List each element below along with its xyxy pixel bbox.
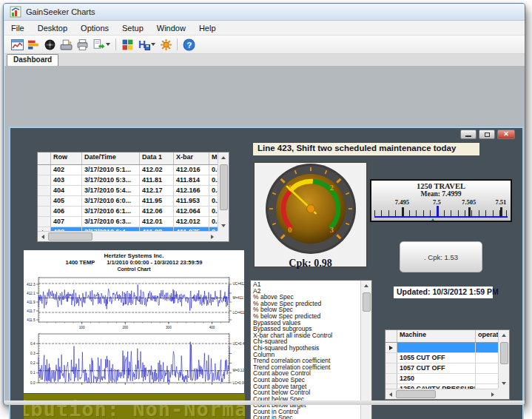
svg-text:411.5: 411.5 bbox=[27, 318, 36, 322]
travel-gauge[interactable]: 1250 TRAVEL Mean: 7.4999 7.4957.57.5057.… bbox=[370, 179, 512, 222]
svg-text:M=0.123: M=0.123 bbox=[233, 369, 245, 372]
marquee-banner: ibution: Non-Normal D bbox=[24, 394, 245, 419]
scrollbar-thumb[interactable] bbox=[500, 342, 508, 364]
minimize-icon[interactable] bbox=[460, 130, 477, 139]
gear-icon[interactable] bbox=[41, 37, 58, 52]
restore-icon[interactable] bbox=[479, 130, 495, 139]
svg-text:3: 3 bbox=[329, 225, 334, 234]
menu-desktop[interactable]: Desktop bbox=[31, 22, 74, 34]
travel-scale: 7.4957.57.5057.51 bbox=[371, 198, 511, 222]
menu-file[interactable]: File bbox=[4, 22, 31, 34]
table-row[interactable]: 1055 CUT OFF bbox=[385, 353, 509, 363]
chart-window-icon[interactable] bbox=[9, 37, 25, 52]
scale-label: 7.495 bbox=[395, 198, 409, 206]
scan-icon[interactable] bbox=[58, 37, 74, 52]
window-title: GainSeeker Charts bbox=[26, 7, 95, 16]
cpk-value-panel[interactable]: . Cpk: 1.53 bbox=[400, 241, 482, 272]
grid1-horizontal-scrollbar[interactable] bbox=[38, 231, 218, 241]
scrollbar-thumb[interactable] bbox=[48, 232, 92, 241]
menu-help[interactable]: Help bbox=[192, 22, 223, 34]
list-item[interactable]: Count in Spec bbox=[251, 415, 360, 419]
scroll-up-icon bbox=[499, 330, 509, 341]
svg-text:412.1: 412.1 bbox=[27, 292, 36, 295]
export-dropdown-caret[interactable] bbox=[106, 43, 110, 46]
grid1-vertical-scrollbar[interactable] bbox=[218, 152, 229, 241]
svg-text:UC=0.401: UC=0.401 bbox=[233, 342, 245, 346]
svg-text:M=411.991: M=411.991 bbox=[233, 296, 245, 300]
current-row-arrow-icon bbox=[389, 346, 393, 350]
titlebar[interactable]: GainSeeker Charts bbox=[4, 4, 525, 21]
tiles-icon[interactable] bbox=[119, 37, 135, 52]
cpk-value-text: . Cpk: 1.53 bbox=[424, 253, 458, 261]
hbar-chart-icon[interactable] bbox=[25, 37, 41, 52]
toolbar-separator bbox=[115, 38, 116, 50]
updated-label: Updated: 10/3/2012 1:59 PM bbox=[394, 286, 493, 298]
column-header[interactable]: operator bbox=[476, 330, 501, 342]
status-strip bbox=[4, 400, 525, 405]
scroll-down-icon bbox=[499, 378, 509, 389]
svg-text:0.1: 0.1 bbox=[30, 371, 36, 375]
toolbar: H ? bbox=[4, 36, 525, 54]
dashboard-window: ✕ Line 423, Shift two scheduled maintena… bbox=[9, 127, 524, 419]
cpk-gauge-panel[interactable]: 0123 Cpk: 0.98 bbox=[253, 161, 368, 268]
column-header[interactable]: Date/Time bbox=[82, 152, 140, 164]
scroll-down-icon bbox=[218, 221, 229, 231]
scrollbar-thumb[interactable] bbox=[363, 292, 371, 312]
column-header[interactable]: Machine bbox=[397, 330, 476, 342]
svg-text:2: 2 bbox=[329, 183, 334, 192]
scrollbar-thumb[interactable] bbox=[220, 164, 228, 210]
table-row[interactable]: 4023/17/2010 5:1...412.02412.0160.0 bbox=[38, 165, 229, 175]
export-icon[interactable] bbox=[90, 37, 107, 52]
svg-text:411.9: 411.9 bbox=[27, 301, 36, 304]
cpk-gauge: 0123 bbox=[262, 163, 360, 256]
mdi-window-controls: ✕ bbox=[460, 130, 515, 139]
statistics-listbox[interactable]: A1A2% above Spec% above Spec predicted% … bbox=[250, 280, 372, 419]
close-icon[interactable]: ✕ bbox=[497, 130, 515, 139]
table-row[interactable]: 4043/17/2010 5:4...412.17412.1660.3 bbox=[38, 186, 229, 196]
table-row[interactable]: 1057 CUT OFF bbox=[385, 363, 509, 374]
svg-text:100: 100 bbox=[79, 326, 85, 329]
subgroup-data-grid[interactable]: RowDate/TimeData 1X-barM4023/17/2010 5:1… bbox=[37, 152, 229, 242]
column-header[interactable]: Data 1 bbox=[140, 152, 174, 164]
save-dropdown-caret[interactable] bbox=[151, 43, 155, 46]
table-row[interactable]: 4053/17/2010 6:0...411.95411.9530.2 bbox=[38, 196, 229, 207]
print-icon[interactable] bbox=[74, 37, 90, 52]
list-item[interactable]: A1 bbox=[251, 281, 360, 288]
svg-text:0.2: 0.2 bbox=[30, 361, 36, 365]
control-chart-panel[interactable]: Hertzler Systems Inc. 1400 TEMP 1/1/2010… bbox=[24, 250, 244, 393]
scrollbar-thumb[interactable] bbox=[396, 390, 436, 398]
tab-dashboard[interactable]: Dashboard bbox=[7, 54, 58, 66]
table-row[interactable] bbox=[385, 343, 509, 353]
client-area: ✕ Line 423, Shift two scheduled maintena… bbox=[4, 66, 525, 400]
svg-text:400: 400 bbox=[209, 326, 215, 329]
scroll-down-icon bbox=[361, 416, 371, 419]
svg-text:0.3: 0.3 bbox=[30, 352, 36, 355]
chart-title: Control Chart bbox=[24, 267, 244, 272]
column-header[interactable]: Row bbox=[51, 152, 82, 164]
menu-setup[interactable]: Setup bbox=[115, 22, 150, 34]
menu-options[interactable]: Options bbox=[74, 22, 115, 34]
svg-text:LC=411.666: LC=411.666 bbox=[233, 311, 245, 315]
grid2-horizontal-scrollbar[interactable] bbox=[385, 389, 498, 399]
table-row[interactable]: 1250 bbox=[385, 374, 509, 384]
save-h-icon[interactable]: H bbox=[135, 37, 152, 52]
menu-window[interactable]: Window bbox=[150, 22, 192, 34]
column-header[interactable]: X-bar bbox=[174, 152, 209, 164]
chart-parameter: 1400 TEMP bbox=[66, 259, 95, 266]
sun-icon[interactable] bbox=[158, 37, 174, 52]
svg-text:LC=0.000: LC=0.000 bbox=[233, 381, 245, 385]
machine-grid[interactable]: Machineoperator1055 CUT OFF1057 CUT OFF1… bbox=[385, 329, 510, 400]
control-chart: 412.3412.1411.9411.7411.5UC=412.317M=411… bbox=[24, 272, 244, 390]
scale-label: 7.505 bbox=[462, 198, 476, 206]
scroll-left-icon bbox=[385, 389, 396, 400]
scroll-up-icon bbox=[218, 152, 229, 163]
list-vertical-scrollbar[interactable] bbox=[360, 281, 371, 419]
table-row[interactable]: 4063/17/2010 6:1...412.06412.0640.1 bbox=[38, 207, 229, 217]
table-row[interactable]: 4033/17/2010 5:3...411.81411.8140.2 bbox=[38, 175, 229, 186]
svg-text:300: 300 bbox=[166, 326, 172, 329]
travel-title: 1250 TRAVEL bbox=[371, 182, 511, 190]
app-icon bbox=[10, 6, 21, 18]
table-row[interactable]: 4073/17/2010 6:3...412.01412.0120.0 bbox=[38, 217, 229, 227]
svg-text:412.3: 412.3 bbox=[27, 283, 36, 286]
help-icon[interactable]: ? bbox=[181, 37, 197, 52]
